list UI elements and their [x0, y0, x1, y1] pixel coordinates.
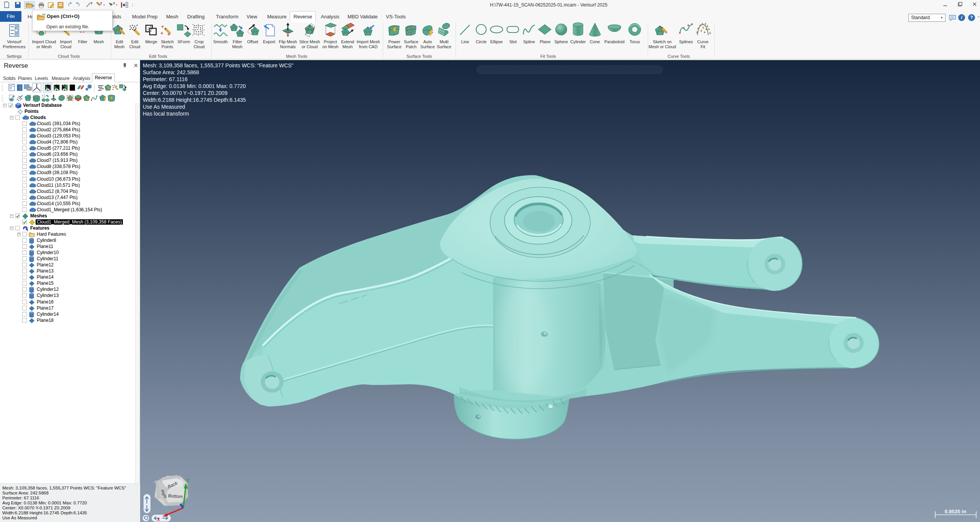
svg-text:▾: ▾ [103, 3, 105, 6]
svg-text:+: + [160, 30, 163, 36]
svg-text:+: + [709, 31, 711, 35]
svg-text:?: ? [113, 2, 115, 5]
svg-text:Bottom: Bottom [168, 493, 183, 499]
svg-text:?: ? [90, 2, 93, 5]
svg-text:+: + [704, 30, 706, 34]
svg-text:+: + [702, 26, 704, 30]
svg-text:+: + [700, 29, 702, 33]
svg-text:X: X [157, 517, 160, 522]
svg-text:▾: ▾ [116, 3, 118, 6]
svg-text:?: ? [100, 2, 102, 5]
svg-text:⌃: ⌃ [977, 16, 980, 20]
svg-text:▾: ▾ [33, 4, 34, 8]
svg-text:+: + [696, 30, 698, 34]
svg-text:Y: Y [186, 478, 189, 483]
svg-text:⋮: ⋮ [131, 3, 134, 7]
svg-text:0.8535 in: 0.8535 in [944, 509, 966, 514]
svg-text:?: ? [970, 15, 973, 20]
svg-text:+: + [161, 24, 164, 29]
